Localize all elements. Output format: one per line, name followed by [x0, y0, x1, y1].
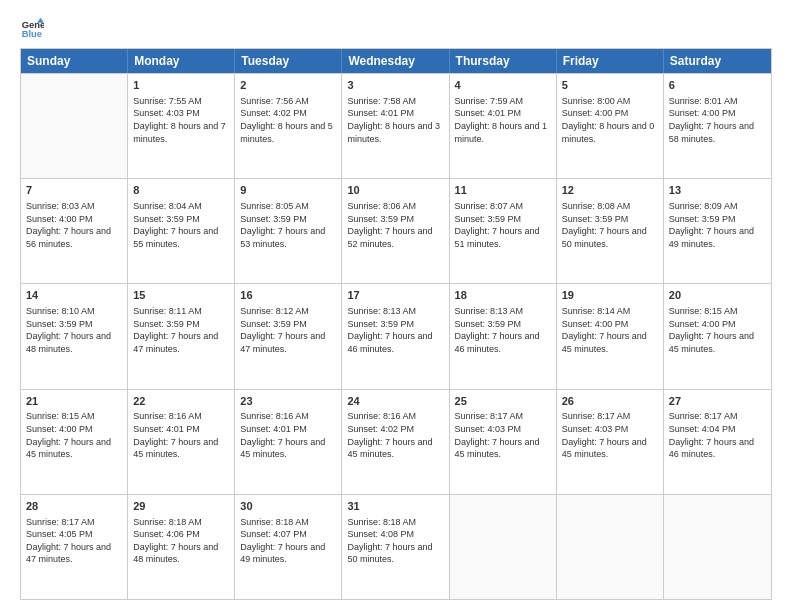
week-row-3: 14Sunrise: 8:10 AMSunset: 3:59 PMDayligh… [21, 283, 771, 388]
day-info: Sunrise: 8:00 AMSunset: 4:00 PMDaylight:… [562, 95, 658, 145]
cal-cell-2-1: 7Sunrise: 8:03 AMSunset: 4:00 PMDaylight… [21, 179, 128, 283]
cal-cell-5-3: 30Sunrise: 8:18 AMSunset: 4:07 PMDayligh… [235, 495, 342, 599]
week-row-1: 1Sunrise: 7:55 AMSunset: 4:03 PMDaylight… [21, 73, 771, 178]
cal-cell-1-5: 4Sunrise: 7:59 AMSunset: 4:01 PMDaylight… [450, 74, 557, 178]
header-day-saturday: Saturday [664, 49, 771, 73]
day-info: Sunrise: 8:13 AMSunset: 3:59 PMDaylight:… [347, 305, 443, 355]
day-number: 29 [133, 499, 229, 514]
cal-cell-5-6 [557, 495, 664, 599]
day-info: Sunrise: 8:15 AMSunset: 4:00 PMDaylight:… [26, 410, 122, 460]
cal-cell-3-7: 20Sunrise: 8:15 AMSunset: 4:00 PMDayligh… [664, 284, 771, 388]
day-number: 8 [133, 183, 229, 198]
day-number: 31 [347, 499, 443, 514]
day-info: Sunrise: 8:04 AMSunset: 3:59 PMDaylight:… [133, 200, 229, 250]
day-number: 22 [133, 394, 229, 409]
day-number: 11 [455, 183, 551, 198]
cal-cell-3-5: 18Sunrise: 8:13 AMSunset: 3:59 PMDayligh… [450, 284, 557, 388]
week-row-4: 21Sunrise: 8:15 AMSunset: 4:00 PMDayligh… [21, 389, 771, 494]
cal-cell-2-2: 8Sunrise: 8:04 AMSunset: 3:59 PMDaylight… [128, 179, 235, 283]
header: General Blue [20, 16, 772, 40]
day-number: 1 [133, 78, 229, 93]
cal-cell-2-4: 10Sunrise: 8:06 AMSunset: 3:59 PMDayligh… [342, 179, 449, 283]
header-day-sunday: Sunday [21, 49, 128, 73]
day-info: Sunrise: 8:07 AMSunset: 3:59 PMDaylight:… [455, 200, 551, 250]
cal-cell-3-4: 17Sunrise: 8:13 AMSunset: 3:59 PMDayligh… [342, 284, 449, 388]
calendar: SundayMondayTuesdayWednesdayThursdayFrid… [20, 48, 772, 600]
day-info: Sunrise: 8:09 AMSunset: 3:59 PMDaylight:… [669, 200, 766, 250]
cal-cell-4-6: 26Sunrise: 8:17 AMSunset: 4:03 PMDayligh… [557, 390, 664, 494]
day-info: Sunrise: 8:13 AMSunset: 3:59 PMDaylight:… [455, 305, 551, 355]
header-day-tuesday: Tuesday [235, 49, 342, 73]
day-info: Sunrise: 8:01 AMSunset: 4:00 PMDaylight:… [669, 95, 766, 145]
day-info: Sunrise: 8:17 AMSunset: 4:05 PMDaylight:… [26, 516, 122, 566]
cal-cell-3-2: 15Sunrise: 8:11 AMSunset: 3:59 PMDayligh… [128, 284, 235, 388]
cal-cell-2-5: 11Sunrise: 8:07 AMSunset: 3:59 PMDayligh… [450, 179, 557, 283]
day-number: 3 [347, 78, 443, 93]
day-info: Sunrise: 7:56 AMSunset: 4:02 PMDaylight:… [240, 95, 336, 145]
day-number: 20 [669, 288, 766, 303]
day-number: 14 [26, 288, 122, 303]
day-info: Sunrise: 8:03 AMSunset: 4:00 PMDaylight:… [26, 200, 122, 250]
cal-cell-2-3: 9Sunrise: 8:05 AMSunset: 3:59 PMDaylight… [235, 179, 342, 283]
calendar-body: 1Sunrise: 7:55 AMSunset: 4:03 PMDaylight… [21, 73, 771, 599]
day-number: 9 [240, 183, 336, 198]
day-info: Sunrise: 8:10 AMSunset: 3:59 PMDaylight:… [26, 305, 122, 355]
cal-cell-1-7: 6Sunrise: 8:01 AMSunset: 4:00 PMDaylight… [664, 74, 771, 178]
day-info: Sunrise: 8:12 AMSunset: 3:59 PMDaylight:… [240, 305, 336, 355]
cal-cell-1-3: 2Sunrise: 7:56 AMSunset: 4:02 PMDaylight… [235, 74, 342, 178]
day-info: Sunrise: 8:17 AMSunset: 4:04 PMDaylight:… [669, 410, 766, 460]
header-day-thursday: Thursday [450, 49, 557, 73]
day-info: Sunrise: 8:18 AMSunset: 4:07 PMDaylight:… [240, 516, 336, 566]
cal-cell-4-5: 25Sunrise: 8:17 AMSunset: 4:03 PMDayligh… [450, 390, 557, 494]
day-info: Sunrise: 8:17 AMSunset: 4:03 PMDaylight:… [562, 410, 658, 460]
day-number: 5 [562, 78, 658, 93]
day-info: Sunrise: 8:18 AMSunset: 4:08 PMDaylight:… [347, 516, 443, 566]
page: General Blue SundayMondayTuesdayWednesda… [0, 0, 792, 612]
cal-cell-3-1: 14Sunrise: 8:10 AMSunset: 3:59 PMDayligh… [21, 284, 128, 388]
cal-cell-1-6: 5Sunrise: 8:00 AMSunset: 4:00 PMDaylight… [557, 74, 664, 178]
cal-cell-1-4: 3Sunrise: 7:58 AMSunset: 4:01 PMDaylight… [342, 74, 449, 178]
day-number: 13 [669, 183, 766, 198]
day-number: 6 [669, 78, 766, 93]
day-number: 27 [669, 394, 766, 409]
day-info: Sunrise: 8:08 AMSunset: 3:59 PMDaylight:… [562, 200, 658, 250]
header-day-wednesday: Wednesday [342, 49, 449, 73]
day-number: 24 [347, 394, 443, 409]
header-day-monday: Monday [128, 49, 235, 73]
day-number: 10 [347, 183, 443, 198]
cal-cell-4-3: 23Sunrise: 8:16 AMSunset: 4:01 PMDayligh… [235, 390, 342, 494]
header-day-friday: Friday [557, 49, 664, 73]
day-number: 16 [240, 288, 336, 303]
day-number: 18 [455, 288, 551, 303]
day-info: Sunrise: 8:18 AMSunset: 4:06 PMDaylight:… [133, 516, 229, 566]
cal-cell-2-6: 12Sunrise: 8:08 AMSunset: 3:59 PMDayligh… [557, 179, 664, 283]
day-info: Sunrise: 8:16 AMSunset: 4:01 PMDaylight:… [133, 410, 229, 460]
day-number: 30 [240, 499, 336, 514]
logo: General Blue [20, 16, 44, 40]
cal-cell-3-3: 16Sunrise: 8:12 AMSunset: 3:59 PMDayligh… [235, 284, 342, 388]
week-row-2: 7Sunrise: 8:03 AMSunset: 4:00 PMDaylight… [21, 178, 771, 283]
day-info: Sunrise: 7:55 AMSunset: 4:03 PMDaylight:… [133, 95, 229, 145]
cal-cell-5-2: 29Sunrise: 8:18 AMSunset: 4:06 PMDayligh… [128, 495, 235, 599]
logo-icon: General Blue [20, 16, 44, 40]
day-info: Sunrise: 8:11 AMSunset: 3:59 PMDaylight:… [133, 305, 229, 355]
day-number: 7 [26, 183, 122, 198]
day-number: 23 [240, 394, 336, 409]
day-info: Sunrise: 7:59 AMSunset: 4:01 PMDaylight:… [455, 95, 551, 145]
day-info: Sunrise: 8:14 AMSunset: 4:00 PMDaylight:… [562, 305, 658, 355]
cal-cell-3-6: 19Sunrise: 8:14 AMSunset: 4:00 PMDayligh… [557, 284, 664, 388]
cal-cell-5-7 [664, 495, 771, 599]
day-info: Sunrise: 8:16 AMSunset: 4:02 PMDaylight:… [347, 410, 443, 460]
day-number: 2 [240, 78, 336, 93]
day-number: 12 [562, 183, 658, 198]
day-number: 21 [26, 394, 122, 409]
day-number: 17 [347, 288, 443, 303]
cal-cell-4-4: 24Sunrise: 8:16 AMSunset: 4:02 PMDayligh… [342, 390, 449, 494]
day-info: Sunrise: 8:06 AMSunset: 3:59 PMDaylight:… [347, 200, 443, 250]
cal-cell-5-4: 31Sunrise: 8:18 AMSunset: 4:08 PMDayligh… [342, 495, 449, 599]
day-info: Sunrise: 7:58 AMSunset: 4:01 PMDaylight:… [347, 95, 443, 145]
day-number: 25 [455, 394, 551, 409]
cal-cell-5-5 [450, 495, 557, 599]
day-number: 28 [26, 499, 122, 514]
cal-cell-4-1: 21Sunrise: 8:15 AMSunset: 4:00 PMDayligh… [21, 390, 128, 494]
